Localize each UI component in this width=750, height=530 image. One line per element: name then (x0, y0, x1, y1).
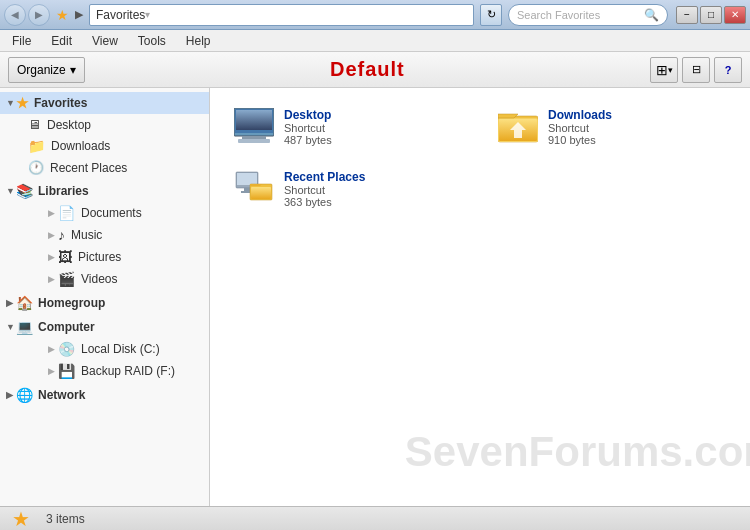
content-area: Desktop Shortcut 487 bytes (210, 88, 750, 506)
downloads-content-icon (498, 108, 538, 144)
desktop-file-size: 487 bytes (284, 134, 332, 146)
svg-rect-2 (236, 110, 272, 130)
sidebar-network-label: Network (38, 388, 85, 402)
organize-label: Organize (17, 63, 66, 77)
desktop-file-info: Desktop Shortcut 487 bytes (284, 108, 332, 146)
sidebar-item-videos[interactable]: ▶ 🎬 Videos (0, 268, 209, 290)
address-bar[interactable]: Favorites ▾ (89, 4, 474, 26)
downloads-file-info: Downloads Shortcut 910 bytes (548, 108, 612, 146)
triangle-documents-icon: ▶ (48, 208, 58, 218)
main-layout: ▼ ★ Favorites 🖥 Desktop 📁 Downloads 🕐 Re… (0, 88, 750, 506)
sidebar-downloads-label: Downloads (51, 139, 110, 153)
view-options-button[interactable]: ⊞ ▾ (650, 57, 678, 83)
help-icon: ? (725, 64, 732, 76)
watermark: SevenForums.com (405, 428, 750, 476)
sidebar-item-recent-places[interactable]: 🕐 Recent Places (0, 157, 209, 178)
favorites-star-sidebar-icon: ★ (16, 95, 29, 111)
sidebar-item-downloads[interactable]: 📁 Downloads (0, 135, 209, 157)
page-title: Default (85, 58, 650, 81)
menu-view[interactable]: View (88, 32, 122, 50)
view-icon: ⊞ (656, 62, 668, 78)
menu-tools[interactable]: Tools (134, 32, 170, 50)
close-button[interactable]: ✕ (724, 6, 746, 24)
breadcrumb-separator: ▶ (75, 8, 83, 21)
triangle-network-icon: ▶ (6, 390, 16, 400)
back-button[interactable]: ◀ (4, 4, 26, 26)
sidebar-item-local-disk-c[interactable]: ▶ 💿 Local Disk (C:) (0, 338, 209, 360)
recent-places-file-type: Shortcut (284, 184, 365, 196)
svg-rect-16 (251, 187, 271, 199)
svg-rect-12 (244, 188, 250, 191)
triangle-computer-icon: ▼ (6, 322, 16, 332)
sidebar-desktop-label: Desktop (47, 118, 91, 132)
window-controls: − □ ✕ (676, 6, 746, 24)
sidebar-computer-label: Computer (38, 320, 95, 334)
triangle-homegroup-icon: ▶ (6, 298, 16, 308)
sidebar-section-network: ▶ 🌐 Network (0, 384, 209, 406)
address-text: Favorites (96, 8, 145, 22)
content-grid: Desktop Shortcut 487 bytes (226, 100, 734, 216)
sidebar-item-pictures[interactable]: ▶ 🖼 Pictures (0, 246, 209, 268)
menu-help[interactable]: Help (182, 32, 215, 50)
sidebar-section-computer: ▼ 💻 Computer ▶ 💿 Local Disk (C:) ▶ 💾 Bac… (0, 316, 209, 382)
libraries-sidebar-icon: 📚 (16, 183, 33, 199)
svg-marker-15 (250, 184, 262, 186)
recent-places-sidebar-icon: 🕐 (28, 160, 44, 175)
sidebar-item-backup-raid-f[interactable]: ▶ 💾 Backup RAID (F:) (0, 360, 209, 382)
status-star-icon: ★ (12, 507, 30, 531)
sidebar-videos-label: Videos (81, 272, 117, 286)
svg-rect-11 (237, 173, 257, 185)
svg-rect-4 (238, 139, 270, 143)
content-item-recent-places[interactable]: Recent Places Shortcut 363 bytes (226, 162, 470, 216)
sidebar-local-disk-label: Local Disk (C:) (81, 342, 160, 356)
documents-sidebar-icon: 📄 (58, 205, 75, 221)
desktop-file-type: Shortcut (284, 122, 332, 134)
pane-icon: ⊟ (692, 63, 701, 76)
sidebar-item-favorites[interactable]: ▼ ★ Favorites (0, 92, 209, 114)
sidebar-music-label: Music (71, 228, 102, 242)
refresh-button[interactable]: ↻ (480, 4, 502, 26)
sidebar-item-desktop[interactable]: 🖥 Desktop (0, 114, 209, 135)
triangle-local-disk-icon: ▶ (48, 344, 58, 354)
content-item-downloads[interactable]: Downloads Shortcut 910 bytes (490, 100, 734, 154)
sidebar-item-libraries[interactable]: ▼ 📚 Libraries (0, 180, 209, 202)
sidebar-documents-label: Documents (81, 206, 142, 220)
triangle-music-icon: ▶ (48, 230, 58, 240)
menu-file[interactable]: File (8, 32, 35, 50)
sidebar-item-documents[interactable]: ▶ 📄 Documents (0, 202, 209, 224)
sidebar-section-homegroup: ▶ 🏠 Homegroup (0, 292, 209, 314)
search-box[interactable]: Search Favorites 🔍 (508, 4, 668, 26)
sidebar-item-network[interactable]: ▶ 🌐 Network (0, 384, 209, 406)
minimize-button[interactable]: − (676, 6, 698, 24)
view-dropdown-icon: ▾ (668, 65, 673, 75)
homegroup-sidebar-icon: 🏠 (16, 295, 33, 311)
address-dropdown-icon[interactable]: ▾ (145, 9, 150, 20)
downloads-file-type: Shortcut (548, 122, 612, 134)
maximize-button[interactable]: □ (700, 6, 722, 24)
backup-raid-sidebar-icon: 💾 (58, 363, 75, 379)
content-item-desktop[interactable]: Desktop Shortcut 487 bytes (226, 100, 470, 154)
triangle-backup-icon: ▶ (48, 366, 58, 376)
forward-button[interactable]: ▶ (28, 4, 50, 26)
sidebar-section-favorites: ▼ ★ Favorites 🖥 Desktop 📁 Downloads 🕐 Re… (0, 92, 209, 178)
help-button[interactable]: ? (714, 57, 742, 83)
title-bar-nav: ◀ ▶ ★ ▶ Favorites ▾ ↻ Search Favorites 🔍 (4, 4, 668, 26)
pane-toggle-button[interactable]: ⊟ (682, 57, 710, 83)
organize-button[interactable]: Organize ▾ (8, 57, 85, 83)
search-icon[interactable]: 🔍 (644, 8, 659, 22)
triangle-libraries-icon: ▼ (6, 186, 16, 196)
menu-edit[interactable]: Edit (47, 32, 76, 50)
recent-places-file-name: Recent Places (284, 170, 365, 184)
recent-places-file-info: Recent Places Shortcut 363 bytes (284, 170, 365, 208)
sidebar-item-music[interactable]: ▶ ♪ Music (0, 224, 209, 246)
sidebar-item-computer[interactable]: ▼ 💻 Computer (0, 316, 209, 338)
computer-sidebar-icon: 💻 (16, 319, 33, 335)
pictures-sidebar-icon: 🖼 (58, 249, 72, 265)
network-sidebar-icon: 🌐 (16, 387, 33, 403)
sidebar-section-libraries: ▼ 📚 Libraries ▶ 📄 Documents ▶ ♪ Music ▶ … (0, 180, 209, 290)
svg-rect-3 (242, 136, 266, 139)
title-bar: ◀ ▶ ★ ▶ Favorites ▾ ↻ Search Favorites 🔍… (0, 0, 750, 30)
sidebar-item-homegroup[interactable]: ▶ 🏠 Homegroup (0, 292, 209, 314)
triangle-videos-icon: ▶ (48, 274, 58, 284)
downloads-file-size: 910 bytes (548, 134, 612, 146)
